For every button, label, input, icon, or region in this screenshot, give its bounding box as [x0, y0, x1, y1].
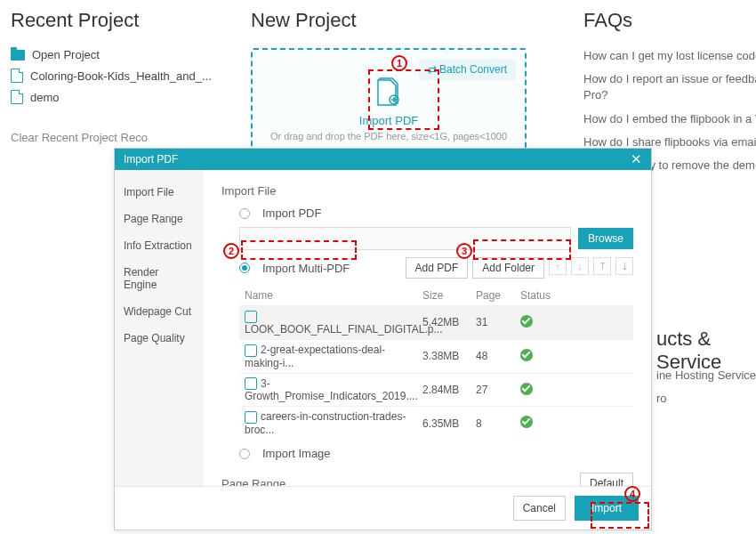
open-project[interactable]: Open Project	[11, 48, 237, 61]
cell-size: 3.38MB	[422, 350, 476, 362]
pdf-icon	[245, 344, 257, 357]
batch-convert-button[interactable]: ⇄ Batch Convert	[419, 59, 516, 80]
faq-item[interactable]: How do I report an issue or feedback in …	[583, 71, 756, 103]
add-folder-button[interactable]: Add Folder	[472, 257, 544, 279]
section-import-file: Import File	[221, 184, 633, 198]
pdf-path-input[interactable]	[239, 227, 571, 250]
table-header: Name Size Page Status	[239, 286, 633, 305]
cell-size: 6.35MB	[422, 417, 476, 430]
th-status: Status	[520, 289, 583, 302]
radio-label-import-image: Import Image	[262, 447, 331, 460]
dialog-main: Import File Import PDF Browse Import Mul…	[204, 170, 651, 486]
cell-name: LOOK_BOOK_FALL_FINAL_DIGITAL.p...	[245, 310, 422, 336]
dialog-header: Import PDF ✕	[115, 149, 651, 170]
cell-status	[520, 383, 583, 398]
default-button[interactable]: Default	[580, 473, 633, 486]
table-row[interactable]: LOOK_BOOK_FALL_FINAL_DIGITAL.p...5.42MB3…	[239, 305, 633, 339]
table-row[interactable]: 3-Growth_Promise_Indicators_2019....2.84…	[239, 373, 633, 407]
radio-import-pdf[interactable]	[239, 208, 250, 219]
cell-name: 3-Growth_Promise_Indicators_2019....	[245, 377, 422, 403]
status-ok-icon	[520, 349, 533, 361]
radio-import-multi-pdf[interactable]	[239, 263, 250, 273]
section-page-range: Page Range	[221, 477, 286, 486]
recent-item-label: demo	[30, 91, 60, 104]
th-page: Page	[476, 289, 520, 302]
import-button[interactable]: Import	[575, 496, 639, 521]
side-item-render-engine[interactable]: Render Engine	[115, 259, 204, 298]
pdf-icon	[245, 311, 257, 323]
recent-project-panel: Recent Project Open Project Coloring-Boo…	[11, 9, 237, 144]
side-item-import-file[interactable]: Import File	[115, 179, 204, 206]
cancel-button[interactable]: Cancel	[513, 496, 566, 521]
th-name: Name	[245, 289, 422, 302]
table-row[interactable]: careers-in-construction-trades-broc...6.…	[239, 406, 633, 440]
radio-label-import-pdf: Import PDF	[262, 206, 321, 220]
cell-size: 5.42MB	[422, 316, 476, 328]
status-ok-icon	[520, 416, 533, 428]
table-row[interactable]: 2-great-expectations-deal-making-i...3.3…	[239, 339, 633, 373]
cell-page: 31	[476, 316, 520, 328]
multi-pdf-table: Name Size Page Status LOOK_BOOK_FALL_FIN…	[239, 286, 633, 440]
import-pdf-dialog: Import PDF ✕ Import File Page Range Info…	[114, 148, 652, 530]
batch-label: Batch Convert	[439, 63, 507, 76]
status-ok-icon	[520, 383, 533, 395]
cell-name: 2-great-expectations-deal-making-i...	[245, 344, 422, 369]
side-item-page-quality[interactable]: Page Quality	[115, 325, 204, 352]
cell-status	[520, 349, 583, 364]
dialog-footer: Cancel Import	[115, 486, 651, 530]
cell-status	[520, 315, 583, 330]
cell-page: 8	[476, 417, 520, 430]
pdf-icon	[245, 411, 257, 424]
move-up-icon[interactable]: ↑	[549, 257, 567, 275]
radio-label-multi-pdf: Import Multi-PDF	[262, 262, 350, 275]
drag-note: Or drag and drop the PDF here, size<1G, …	[261, 131, 516, 142]
file-icon	[11, 69, 23, 83]
add-pdf-button[interactable]: Add PDF	[406, 257, 469, 279]
clear-recent[interactable]: Clear Recent Project Reco	[11, 131, 237, 144]
pdf-icon	[245, 377, 257, 390]
recent-item[interactable]: demo	[11, 90, 237, 104]
new-project-panel: New Project ⇄ Batch Convert Import PDF O…	[251, 9, 527, 156]
th-size: Size	[422, 289, 476, 302]
side-item-page-range[interactable]: Page Range	[115, 206, 204, 232]
dialog-title: Import PDF	[124, 153, 178, 166]
import-pdf-icon	[371, 73, 406, 109]
file-icon	[11, 90, 23, 104]
recent-item[interactable]: Coloring-Book-Kids_Health_and_...	[11, 69, 237, 83]
side-item-info-extraction[interactable]: Info Extraction	[115, 232, 204, 259]
side-item-widepage-cut[interactable]: Widepage Cut	[115, 298, 204, 325]
cell-page: 27	[476, 384, 520, 396]
cell-size: 2.84MB	[422, 384, 476, 396]
import-pdf-label: Import PDF	[261, 114, 516, 127]
faq-title: FAQs	[583, 9, 756, 32]
folder-icon	[11, 50, 25, 61]
faq-item[interactable]: How do I embed the flipbook in a WordPre	[583, 111, 756, 127]
products-item[interactable]: ine Hosting Service	[656, 368, 756, 382]
move-down-icon[interactable]: ↓	[571, 257, 589, 275]
products-item[interactable]: ro	[656, 392, 667, 405]
open-project-label: Open Project	[32, 48, 100, 61]
new-title: New Project	[251, 9, 527, 32]
status-ok-icon	[520, 315, 533, 328]
dialog-sidebar: Import File Page Range Info Extraction R…	[115, 170, 204, 486]
products-title: ucts & Service	[656, 328, 756, 374]
move-bottom-icon[interactable]: ⤓	[615, 257, 633, 275]
close-icon[interactable]: ✕	[631, 151, 642, 167]
faq-item[interactable]: How can I get my lost license code?	[583, 48, 756, 64]
recent-title: Recent Project	[11, 9, 237, 32]
browse-button[interactable]: Browse	[578, 228, 633, 249]
recent-item-label: Coloring-Book-Kids_Health_and_...	[30, 69, 212, 83]
move-top-icon[interactable]: ⤒	[593, 257, 611, 275]
import-dropzone[interactable]: ⇄ Batch Convert Import PDF Or drag and d…	[251, 48, 527, 156]
cell-name: careers-in-construction-trades-broc...	[245, 410, 422, 436]
cell-page: 48	[476, 350, 520, 362]
cell-status	[520, 416, 583, 431]
radio-import-image[interactable]	[239, 449, 250, 459]
